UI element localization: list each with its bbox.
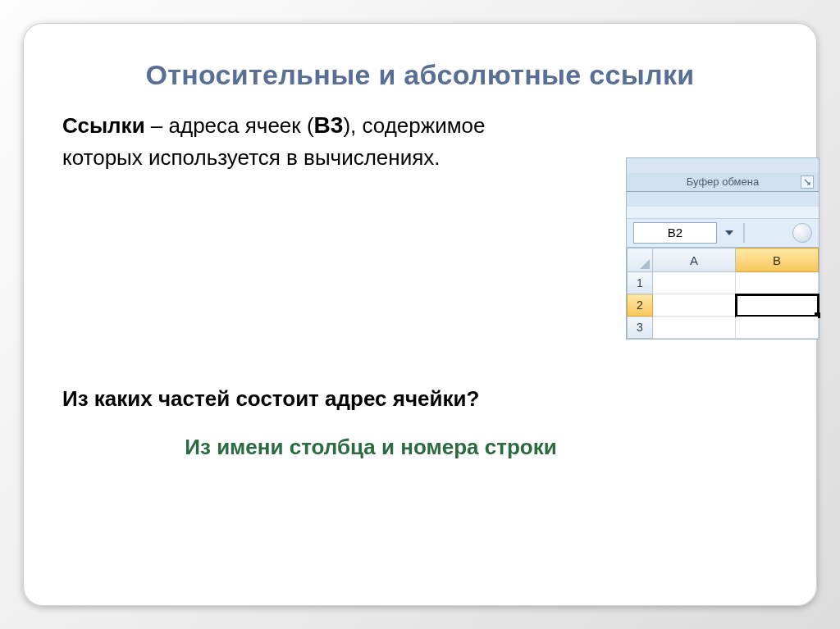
row-header-2[interactable]: 2 xyxy=(628,294,653,317)
slide-title: Относительные и абсолютные ссылки xyxy=(62,59,778,91)
formula-bar-button[interactable] xyxy=(792,223,812,243)
cell-ref-example: B3 xyxy=(314,112,344,138)
cell-B2-active[interactable] xyxy=(736,294,819,317)
cell-B3[interactable] xyxy=(736,317,819,339)
cell-A1[interactable] xyxy=(653,272,736,294)
question-text: Из каких частей состоит адрес ячейки? xyxy=(62,386,778,412)
slide-background: Относительные и абсолютные ссылки Ссылки… xyxy=(0,0,840,629)
excel-screenshot: Буфер обмена B2 A B 1 xyxy=(626,157,819,340)
definition-after: ), содержимое xyxy=(343,113,485,138)
ribbon-group-area: Буфер обмена xyxy=(627,158,819,174)
col-header-A[interactable]: A xyxy=(653,248,736,272)
row-header-1[interactable]: 1 xyxy=(628,272,653,294)
ribbon-group-label: Буфер обмена xyxy=(627,173,819,192)
definition-term: Ссылки xyxy=(62,113,145,138)
select-all-corner[interactable] xyxy=(628,248,653,272)
cell-A3[interactable] xyxy=(653,317,736,339)
answer-text: Из имени столбца и номера строки xyxy=(62,435,778,460)
definition-line-1: Ссылки – адреса ячеек (B3), содержимое xyxy=(62,109,778,143)
formula-bar-divider xyxy=(743,223,745,243)
name-box-dropdown-icon[interactable] xyxy=(722,223,737,243)
dialog-launcher-icon[interactable] xyxy=(801,175,814,189)
definition-mid: – адреса ячеек ( xyxy=(145,113,314,138)
formula-bar-row: B2 xyxy=(627,219,819,248)
row-header-3[interactable]: 3 xyxy=(628,317,653,339)
spreadsheet-grid: A B 1 2 3 xyxy=(627,248,819,339)
cell-A2[interactable] xyxy=(653,294,736,317)
cell-B1[interactable] xyxy=(736,272,819,294)
name-box[interactable]: B2 xyxy=(633,222,717,244)
col-header-B[interactable]: B xyxy=(736,248,819,272)
ribbon-separator xyxy=(627,207,819,219)
